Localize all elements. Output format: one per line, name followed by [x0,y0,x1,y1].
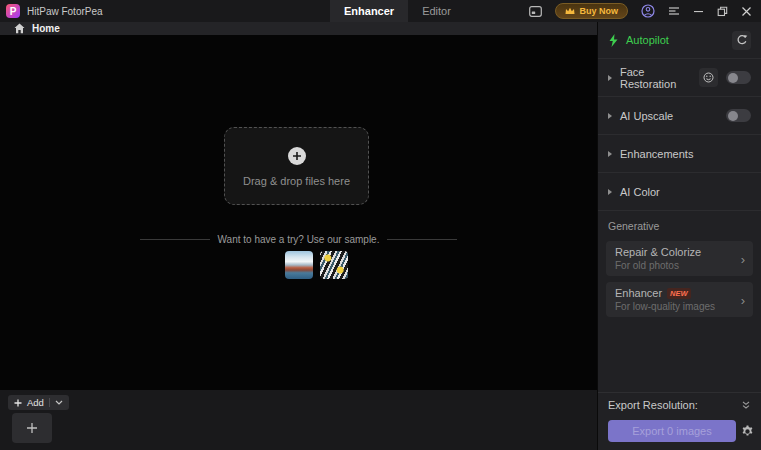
generative-header: Generative [598,211,761,237]
lightning-bolt-icon [608,34,619,47]
card-enhancer[interactable]: Enhancer NEW For low-quality images › [606,282,753,317]
sample-prompt-label: Want to have a try? Use our sample. [218,234,380,245]
export-resolution-label: Export Resolution: [608,399,741,411]
tab-enhancer[interactable]: Enhancer [330,0,408,22]
gear-icon[interactable] [741,425,754,438]
card-subtitle: For low-quality images [615,301,733,312]
home-icon [14,23,25,34]
divider-line [387,239,457,240]
toggle-knob [728,111,738,121]
section-ai-upscale[interactable]: AI Upscale [598,97,761,135]
card-title: Enhancer NEW [615,287,733,299]
titlebar-controls: Buy Now [529,0,761,22]
toggle-knob [728,73,738,83]
card-repair-colorize[interactable]: Repair & Colorize For old photos › [606,241,753,276]
restore-window-icon[interactable] [717,6,728,17]
account-icon[interactable] [641,4,655,18]
add-files-plus-icon [288,147,306,165]
section-label: Enhancements [620,148,751,160]
tools-panel: Autopilot Face Restoration AI Upscale En… [597,22,761,450]
sample-thumbnails [0,251,597,279]
sample-image-fish[interactable] [320,251,348,279]
chevron-right-icon [608,113,612,119]
feedback-screen-icon[interactable] [529,6,542,17]
add-image-tile[interactable] [12,413,52,443]
card-title: Repair & Colorize [615,246,733,258]
titlebar: P HitPaw FotorPea Enhancer Editor Buy No… [0,0,761,22]
menu-icon[interactable] [668,6,680,16]
reset-refresh-icon[interactable] [732,31,751,50]
autopilot-label: Autopilot [626,34,732,46]
app-logo-icon: P [6,4,20,18]
card-subtitle: For old photos [615,260,733,271]
minimize-icon[interactable] [693,6,704,17]
add-button-label: Add [27,397,44,408]
app-title: HitPaw FotorPea [27,6,103,17]
close-icon[interactable] [741,6,752,17]
export-button-row: Export 0 images [598,417,761,450]
mode-tabs: Enhancer Editor [330,0,465,22]
autopilot-row[interactable]: Autopilot [598,22,761,59]
face-smiley-icon[interactable] [699,68,718,87]
plus-icon [26,422,38,434]
chevron-down-icon[interactable] [55,400,63,405]
buy-now-label: Buy Now [579,6,618,16]
canvas-area: Drag & drop files here Want to have a tr… [0,35,597,390]
section-label: AI Color [620,186,751,198]
chevron-right-icon [608,75,612,81]
sample-prompt: Want to have a try? Use our sample. [0,234,597,245]
crown-icon [565,7,575,15]
face-restoration-toggle[interactable] [726,71,751,84]
app-window: P HitPaw FotorPea Enhancer Editor Buy No… [0,0,761,450]
app-identity: P HitPaw FotorPea [6,0,103,22]
section-ai-color[interactable]: AI Color [598,173,761,211]
new-badge: NEW [667,288,691,299]
sample-image-portrait[interactable] [250,251,278,279]
plus-icon [14,399,22,407]
ai-upscale-toggle[interactable] [726,109,751,122]
section-label: AI Upscale [620,110,726,122]
export-button[interactable]: Export 0 images [608,420,736,442]
sample-image-landscape[interactable] [285,251,313,279]
chevron-right-icon [608,189,612,195]
chevron-right-icon [608,151,612,157]
divider [49,398,50,407]
export-resolution-row[interactable]: Export Resolution: [598,392,761,417]
double-chevron-icon[interactable] [741,401,751,410]
tab-editor[interactable]: Editor [408,0,465,22]
section-label: Face Restoration [620,66,699,90]
section-face-restoration[interactable]: Face Restoration [598,59,761,97]
breadcrumb[interactable]: Home [0,22,597,35]
divider-line [140,239,210,240]
add-button[interactable]: Add [8,395,69,410]
dropzone[interactable]: Drag & drop files here [224,127,369,205]
buy-now-button[interactable]: Buy Now [555,3,628,19]
filmstrip-bar: Add [0,390,597,450]
breadcrumb-home-label: Home [32,23,60,34]
dropzone-label: Drag & drop files here [225,175,368,187]
section-enhancements[interactable]: Enhancements [598,135,761,173]
chevron-right-icon: › [741,252,745,265]
export-section: Export Resolution: Export 0 images [598,392,761,450]
chevron-right-icon: › [741,293,745,306]
